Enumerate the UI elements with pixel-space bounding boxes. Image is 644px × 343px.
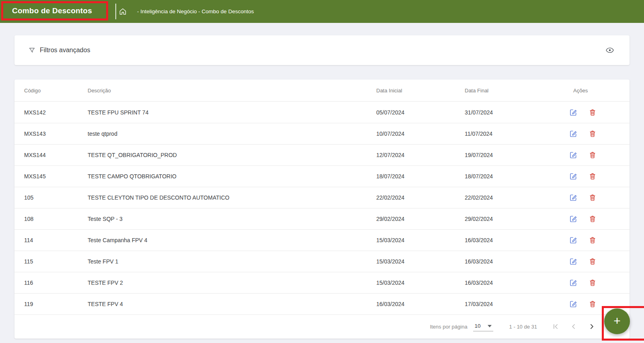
cell-codigo: 108: [24, 216, 88, 222]
cell-acoes: [553, 130, 630, 138]
delete-button[interactable]: [589, 172, 597, 180]
table-row[interactable]: 116 TESTE FPV 2 15/03/2024 16/03/2024: [14, 272, 630, 293]
cell-descricao: TESTE FPU SPRINT 74: [88, 109, 376, 116]
table-row[interactable]: 105 TESTE CLEYTON TIPO DE DESCONTO AUTOM…: [14, 187, 630, 208]
table-row[interactable]: 115 Teste FPV 1 15/03/2024 16/03/2024: [14, 251, 630, 272]
cell-data-final: 16/03/2024: [465, 258, 553, 265]
app-root: Combo de Descontos - Inteligência de Neg…: [0, 0, 644, 343]
edit-button[interactable]: [569, 236, 577, 244]
delete-button[interactable]: [589, 194, 597, 202]
filter-bar[interactable]: Filtros avançados: [14, 35, 630, 65]
delete-button[interactable]: [589, 257, 597, 265]
edit-pencil-icon: [569, 236, 577, 244]
trash-icon: [589, 130, 597, 138]
edit-pencil-icon: [569, 130, 577, 138]
breadcrumb: - Inteligência de Negócio - Combo de Des…: [137, 8, 254, 14]
items-per-page-select[interactable]: 10: [473, 322, 493, 331]
cell-data-final: 16/03/2024: [465, 280, 553, 286]
cell-data-inicial: 22/02/2024: [376, 194, 465, 201]
edit-pencil-icon: [569, 194, 577, 202]
cell-descricao: TESTE FPV 2: [88, 280, 376, 286]
plus-icon: +: [613, 315, 621, 327]
edit-button[interactable]: [569, 172, 577, 180]
delete-button[interactable]: [589, 236, 597, 244]
table-row[interactable]: MXS145 TESTE CAMPO QTOBRIGATORIO 18/07/2…: [14, 165, 630, 187]
trash-icon: [589, 194, 597, 202]
table-row[interactable]: 114 Teste Campanha FPV 4 15/03/2024 16/0…: [14, 229, 630, 251]
next-page-button[interactable]: [588, 323, 596, 331]
cell-data-inicial: 05/07/2024: [376, 109, 465, 116]
filter-funnel-icon: [28, 47, 36, 54]
cell-descricao: TESTE QT_OBRIGATORIO_PROD: [88, 152, 376, 158]
edit-button[interactable]: [569, 194, 577, 202]
items-per-page-label: Itens por página: [430, 324, 467, 330]
cell-data-final: 16/03/2024: [465, 237, 553, 243]
table-row[interactable]: 119 TESTE FPV 4 16/03/2024 17/03/2024: [14, 293, 630, 314]
cell-data-inicial: 29/02/2024: [376, 216, 465, 222]
first-page-button[interactable]: [552, 323, 560, 331]
trash-icon: [589, 300, 597, 308]
first-page-icon: [552, 323, 560, 331]
edit-button[interactable]: [569, 257, 577, 265]
trash-icon: [589, 236, 597, 244]
cell-acoes: [553, 172, 630, 180]
cell-data-inicial: 18/07/2024: [376, 173, 465, 180]
cell-acoes: [553, 194, 630, 202]
edit-button[interactable]: [569, 151, 577, 159]
edit-pencil-icon: [569, 151, 577, 159]
delete-button[interactable]: [589, 108, 597, 116]
column-header-descricao[interactable]: Descrição: [88, 88, 376, 94]
cell-data-inicial: 12/07/2024: [376, 152, 465, 158]
edit-pencil-icon: [569, 279, 577, 287]
cell-descricao: Teste SQP - 3: [88, 216, 376, 222]
caret-down-icon: [488, 325, 492, 327]
cell-data-final: 17/03/2024: [465, 301, 553, 307]
cell-codigo: 114: [24, 237, 88, 243]
table-row[interactable]: MXS143 teste qtprod 10/07/2024 11/07/202…: [14, 123, 630, 144]
column-header-data-inicial[interactable]: Data Inicial: [376, 88, 465, 94]
delete-button[interactable]: [589, 300, 597, 308]
cell-codigo: 105: [24, 194, 88, 201]
trash-icon: [589, 151, 597, 159]
previous-page-button[interactable]: [570, 323, 578, 331]
cell-descricao: TESTE FPV 4: [88, 301, 376, 307]
table-row[interactable]: 108 Teste SQP - 3 29/02/2024 29/02/2024: [14, 208, 630, 229]
cell-descricao: Teste FPV 1: [88, 258, 376, 265]
home-icon[interactable]: [119, 7, 127, 16]
delete-button[interactable]: [589, 279, 597, 287]
cell-codigo: 115: [24, 258, 88, 265]
delete-button[interactable]: [589, 215, 597, 223]
cell-descricao: TESTE CAMPO QTOBRIGATORIO: [88, 173, 376, 180]
edit-button[interactable]: [569, 300, 577, 308]
edit-button[interactable]: [569, 279, 577, 287]
edit-pencil-icon: [569, 257, 577, 265]
cell-data-final: 19/07/2024: [465, 152, 553, 158]
column-header-codigo[interactable]: Código: [24, 88, 88, 94]
edit-pencil-icon: [569, 108, 577, 116]
eye-icon[interactable]: [605, 46, 614, 55]
delete-button[interactable]: [589, 151, 597, 159]
topbar-divider: [115, 4, 116, 19]
page-title: Combo de Descontos: [3, 6, 92, 15]
table-row[interactable]: MXS144 TESTE QT_OBRIGATORIO_PROD 12/07/2…: [14, 144, 630, 165]
cell-data-final: 11/07/2024: [465, 131, 553, 137]
edit-button[interactable]: [569, 130, 577, 138]
cell-acoes: [553, 151, 630, 159]
column-header-data-final[interactable]: Data Final: [465, 88, 553, 94]
edit-pencil-icon: [569, 215, 577, 223]
cell-acoes: [553, 279, 630, 287]
cell-data-inicial: 15/03/2024: [376, 280, 465, 286]
edit-button[interactable]: [569, 108, 577, 116]
table-row[interactable]: MXS142 TESTE FPU SPRINT 74 05/07/2024 31…: [14, 102, 630, 123]
add-button[interactable]: +: [604, 308, 630, 334]
cell-data-final: 29/02/2024: [465, 216, 553, 222]
cell-data-inicial: 15/03/2024: [376, 237, 465, 243]
edit-button[interactable]: [569, 215, 577, 223]
table-header-row: Código Descrição Data Inicial Data Final…: [14, 80, 630, 102]
pagination-range-label: 1 - 10 de 31: [509, 324, 537, 330]
cell-codigo: MXS142: [24, 109, 88, 116]
cell-codigo: MXS143: [24, 131, 88, 137]
items-per-page-value: 10: [475, 323, 481, 329]
delete-button[interactable]: [589, 130, 597, 138]
table-body: MXS142 TESTE FPU SPRINT 74 05/07/2024 31…: [14, 102, 630, 314]
